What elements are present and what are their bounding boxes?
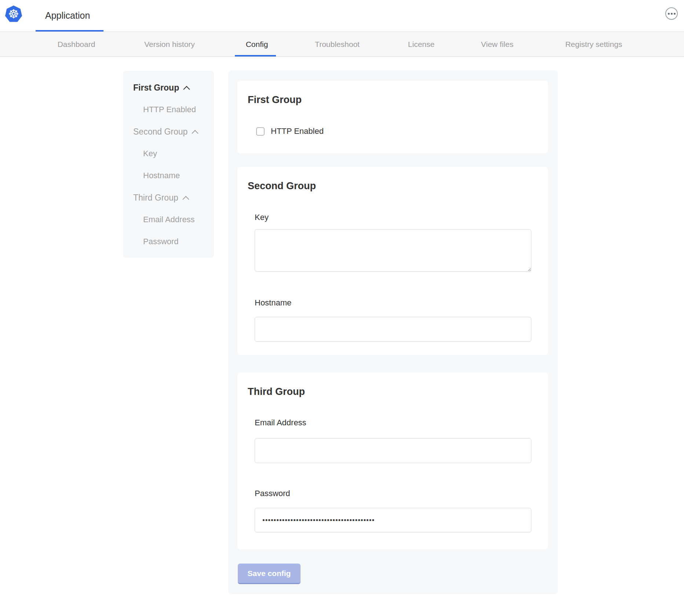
tab-troubleshoot[interactable]: Troubleshoot bbox=[315, 32, 360, 56]
group-title: Third Group bbox=[248, 386, 305, 397]
top-header: ☸ Application bbox=[0, 0, 684, 32]
hostname-input[interactable] bbox=[255, 317, 531, 342]
tab-license[interactable]: License bbox=[408, 32, 434, 56]
sidebar-item-key[interactable]: Key bbox=[123, 143, 214, 165]
key-label: Key bbox=[255, 213, 269, 222]
tab-view-files[interactable]: View files bbox=[481, 32, 513, 56]
sidebar-group-second-group[interactable]: Second Group bbox=[123, 121, 214, 143]
chevron-up-icon bbox=[183, 86, 190, 92]
tab-dashboard[interactable]: Dashboard bbox=[58, 32, 95, 56]
sidebar-item-label: Email Address bbox=[143, 215, 195, 224]
email-address-label: Email Address bbox=[255, 418, 306, 428]
ship-wheel-icon: ☸ bbox=[8, 8, 19, 20]
ellipsis-menu-button[interactable] bbox=[665, 7, 678, 20]
checkbox-label[interactable]: HTTP Enabled bbox=[271, 126, 324, 136]
chevron-up-icon bbox=[182, 196, 189, 202]
config-content-panel: First Group HTTP Enabled Second Group Ke… bbox=[228, 70, 558, 594]
sidebar-group-label: Second Group bbox=[133, 127, 188, 137]
sidebar-group-label: Third Group bbox=[133, 193, 178, 203]
sidebar-group-third-group[interactable]: Third Group bbox=[123, 187, 214, 209]
save-config-button[interactable]: Save config bbox=[238, 564, 301, 584]
admin-console-page: ☸ Application Dashboard Version history … bbox=[0, 0, 684, 616]
sidebar-item-label: Hostname bbox=[143, 171, 180, 180]
hostname-label: Hostname bbox=[255, 298, 291, 308]
group-title: First Group bbox=[248, 94, 302, 106]
tab-config[interactable]: Config bbox=[246, 32, 268, 56]
tab-version-history[interactable]: Version history bbox=[144, 32, 195, 56]
chevron-up-icon bbox=[192, 130, 199, 136]
http-enabled-checkbox[interactable] bbox=[256, 127, 265, 136]
sidebar-item-password[interactable]: Password bbox=[123, 231, 214, 253]
sidebar-item-label: HTTP Enabled bbox=[143, 105, 196, 114]
sidebar-item-email-address[interactable]: Email Address bbox=[123, 209, 214, 231]
config-group-card-second: Second Group Key Hostname bbox=[237, 167, 548, 355]
kubernetes-logo-icon: ☸ bbox=[5, 6, 22, 22]
sidebar-item-label: Password bbox=[143, 237, 179, 246]
dot-icon bbox=[668, 13, 670, 15]
sidebar-group-label: First Group bbox=[133, 83, 179, 93]
sidebar-item-hostname[interactable]: Hostname bbox=[123, 165, 214, 187]
key-textarea[interactable] bbox=[255, 229, 531, 272]
tab-registry-settings[interactable]: Registry settings bbox=[565, 32, 622, 56]
config-group-card-third: Third Group Email Address Password bbox=[237, 373, 548, 549]
active-tab-underline bbox=[235, 55, 276, 56]
config-group-card-first: First Group HTTP Enabled bbox=[237, 81, 548, 153]
group-title: Second Group bbox=[248, 180, 316, 192]
dot-icon bbox=[674, 13, 676, 15]
subnav-tab-bar: Dashboard Version history Config Trouble… bbox=[0, 32, 684, 57]
active-app-tab-underline bbox=[36, 30, 103, 32]
sidebar-item-http-enabled[interactable]: HTTP Enabled bbox=[123, 99, 214, 121]
password-input[interactable] bbox=[255, 508, 531, 532]
http-enabled-field: HTTP Enabled bbox=[256, 126, 324, 136]
config-sidebar: First Group HTTP Enabled Second Group Ke… bbox=[123, 71, 214, 258]
password-label: Password bbox=[255, 489, 290, 498]
sidebar-item-label: Key bbox=[143, 149, 157, 158]
email-address-input[interactable] bbox=[255, 438, 531, 463]
dot-icon bbox=[671, 13, 673, 15]
sidebar-group-first-group[interactable]: First Group bbox=[123, 77, 214, 99]
tab-application[interactable]: Application bbox=[45, 0, 90, 31]
